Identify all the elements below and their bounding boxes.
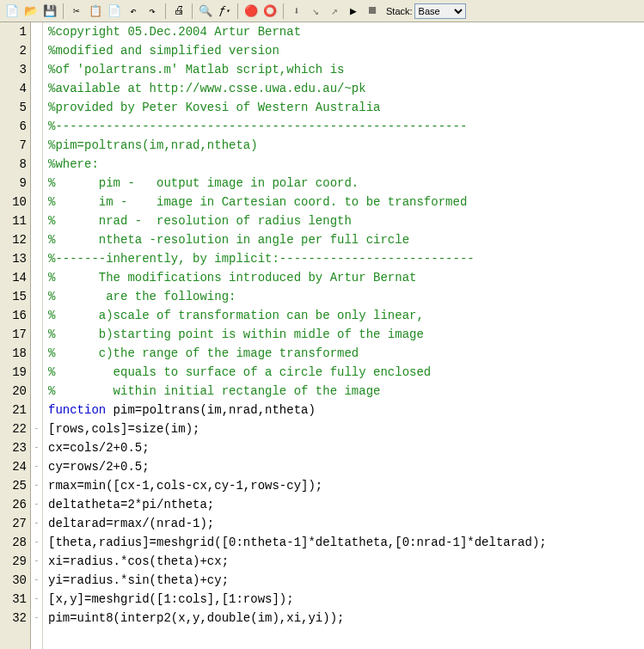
code-line[interactable]: %where: bbox=[48, 155, 644, 174]
line-number: 5 bbox=[0, 98, 27, 117]
code-line[interactable]: % nrad - resolution of radius length bbox=[48, 211, 644, 230]
line-number: 9 bbox=[0, 174, 27, 193]
code-token: function bbox=[48, 403, 106, 417]
separator bbox=[237, 3, 238, 19]
line-number: 30 bbox=[0, 571, 27, 590]
continue-icon[interactable]: ▶ bbox=[345, 3, 362, 20]
fold-mark bbox=[31, 363, 42, 382]
code-line[interactable]: deltatheta=2*pi/ntheta; bbox=[48, 495, 644, 514]
code-token: %available at http://www.csse.uwa.edu.au… bbox=[48, 82, 366, 95]
code-token: % pim - output image in polar coord. bbox=[48, 176, 359, 190]
code-token: yi=radius.*sin(theta)+cy; bbox=[48, 573, 229, 587]
save-icon[interactable]: 💾 bbox=[41, 3, 58, 20]
step-icon[interactable]: ⬇ bbox=[288, 3, 305, 20]
editor: 1234567891011121314151617181920212223242… bbox=[0, 22, 644, 649]
code-line[interactable]: %of 'polartrans.m' Matlab script,which i… bbox=[48, 60, 644, 79]
line-number: 3 bbox=[0, 60, 27, 79]
fold-mark: - bbox=[31, 495, 42, 514]
code-line[interactable]: cx=cols/2+0.5; bbox=[48, 438, 644, 457]
fold-mark: - bbox=[31, 533, 42, 552]
open-icon[interactable]: 📂 bbox=[22, 3, 40, 20]
line-number: 32 bbox=[0, 609, 27, 628]
code-line[interactable]: %copyright 05.Dec.2004 Artur Bernat bbox=[48, 22, 644, 41]
line-number: 18 bbox=[0, 344, 27, 363]
code-line[interactable]: % The modifications introduced by Artur … bbox=[48, 268, 644, 287]
code-line[interactable]: % pim - output image in polar coord. bbox=[48, 174, 644, 193]
line-number: 6 bbox=[0, 117, 27, 136]
redo-icon[interactable]: ↷ bbox=[144, 3, 161, 20]
paste-icon[interactable]: 📄 bbox=[106, 3, 123, 20]
code-line[interactable]: pim=uint8(interp2(x,y,double(im),xi,yi))… bbox=[48, 609, 644, 628]
line-number: 19 bbox=[0, 363, 27, 382]
line-number: 20 bbox=[0, 382, 27, 401]
function-icon[interactable]: ƒ▾ bbox=[216, 3, 233, 20]
fold-mark bbox=[31, 249, 42, 268]
new-icon[interactable]: 📄 bbox=[3, 3, 21, 20]
fold-mark bbox=[31, 79, 42, 98]
line-number: 4 bbox=[0, 79, 27, 98]
step-in-icon[interactable]: ↘ bbox=[307, 3, 324, 20]
code-token: % equals to surface of a circle fully en… bbox=[48, 365, 431, 379]
code-line[interactable]: %pim=poltrans(im,nrad,ntheta) bbox=[48, 136, 644, 155]
fold-column: ----------- bbox=[31, 22, 43, 649]
code-line[interactable]: deltarad=rmax/(nrad-1); bbox=[48, 514, 644, 533]
code-token: %of 'polartrans.m' Matlab script,which i… bbox=[48, 63, 344, 77]
code-line[interactable]: %---------------------------------------… bbox=[48, 117, 644, 136]
code-line[interactable]: yi=radius.*sin(theta)+cy; bbox=[48, 571, 644, 590]
code-line[interactable]: % b)starting point is within midle of th… bbox=[48, 325, 644, 344]
fold-mark: - bbox=[31, 438, 42, 457]
code-line[interactable]: % equals to surface of a circle fully en… bbox=[48, 363, 644, 382]
code-line[interactable]: rmax=min([cx-1,cols-cx,cy-1,rows-cy]); bbox=[48, 476, 644, 495]
code-line[interactable]: % c)the range of the image transformed bbox=[48, 344, 644, 363]
code-line[interactable]: % are the following: bbox=[48, 287, 644, 306]
line-number: 25 bbox=[0, 476, 27, 495]
code-token: %provided by Peter Kovesi of Western Aus… bbox=[48, 101, 380, 114]
code-token: % within initial rectangle of the image bbox=[48, 384, 380, 398]
code-line[interactable]: %provided by Peter Kovesi of Western Aus… bbox=[48, 98, 644, 117]
line-number: 12 bbox=[0, 230, 27, 249]
line-number: 23 bbox=[0, 438, 27, 457]
code-token: %pim=poltrans(im,nrad,ntheta) bbox=[48, 138, 258, 152]
code-line[interactable]: [x,y]=meshgrid([1:cols],[1:rows]); bbox=[48, 590, 644, 609]
find-icon[interactable]: 🔍 bbox=[197, 3, 214, 20]
copy-icon[interactable]: 📋 bbox=[87, 3, 104, 20]
code-line[interactable]: %-------inherently, by implicit:--------… bbox=[48, 249, 644, 268]
fold-mark: - bbox=[31, 476, 42, 495]
fold-mark: - bbox=[31, 419, 42, 438]
code-line[interactable]: xi=radius.*cos(theta)+cx; bbox=[48, 552, 644, 571]
code-line[interactable]: [rows,cols]=size(im); bbox=[48, 419, 644, 438]
code-line[interactable]: cy=rows/2+0.5; bbox=[48, 457, 644, 476]
code-token: % im - image in Cartesian coord. to be t… bbox=[48, 195, 467, 209]
cut-icon[interactable]: ✂ bbox=[68, 3, 85, 20]
fold-mark bbox=[31, 268, 42, 287]
code-line[interactable]: %modified and simplified version bbox=[48, 41, 644, 60]
stack-select[interactable]: Base bbox=[414, 3, 466, 19]
line-number: 15 bbox=[0, 287, 27, 306]
code-line[interactable]: % ntheta -resolution in angle per full c… bbox=[48, 230, 644, 249]
code-token: [x,y]=meshgrid([1:cols],[1:rows]); bbox=[48, 592, 294, 606]
line-number: 11 bbox=[0, 211, 27, 230]
exit-debug-icon[interactable]: ⏹ bbox=[364, 3, 381, 20]
code-token: cy=rows/2+0.5; bbox=[48, 460, 150, 474]
step-out-icon[interactable]: ↗ bbox=[326, 3, 343, 20]
breakpoint-set-icon[interactable]: 🔴 bbox=[242, 3, 260, 20]
code-line[interactable]: function pim=poltrans(im,nrad,ntheta) bbox=[48, 401, 644, 419]
code-line[interactable]: [theta,radius]=meshgrid([0:ntheta-1]*del… bbox=[48, 533, 644, 552]
fold-mark bbox=[31, 98, 42, 117]
fold-mark bbox=[31, 117, 42, 136]
code-line[interactable]: % within initial rectangle of the image bbox=[48, 382, 644, 401]
fold-mark: - bbox=[31, 514, 42, 533]
code-line[interactable]: %available at http://www.csse.uwa.edu.au… bbox=[48, 79, 644, 98]
print-icon[interactable]: 🖨 bbox=[170, 3, 187, 20]
fold-mark bbox=[31, 401, 42, 419]
code-area[interactable]: %copyright 05.Dec.2004 Artur Bernat%modi… bbox=[43, 22, 644, 649]
code-line[interactable]: % a)scale of transformation can be only … bbox=[48, 306, 644, 325]
line-number: 24 bbox=[0, 457, 27, 476]
fold-mark bbox=[31, 193, 42, 211]
code-token: %where: bbox=[48, 157, 99, 171]
code-token: cx=cols/2+0.5; bbox=[48, 441, 150, 455]
undo-icon[interactable]: ↶ bbox=[125, 3, 142, 20]
code-token: % b)starting point is within midle of th… bbox=[48, 328, 424, 341]
breakpoint-clear-icon[interactable]: ⭕ bbox=[261, 3, 279, 20]
code-line[interactable]: % im - image in Cartesian coord. to be t… bbox=[48, 193, 644, 211]
